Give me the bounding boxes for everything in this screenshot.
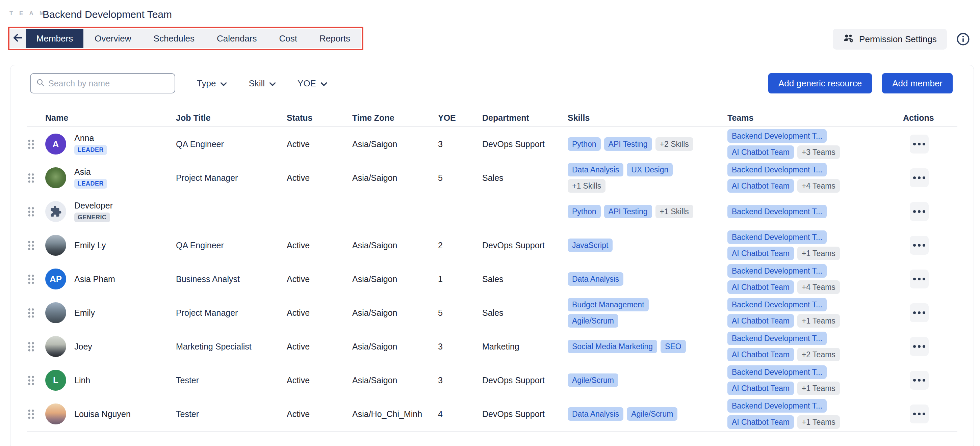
members-panel: Type Skill YOE Add generic resource Add … [10,65,974,446]
tab-members[interactable]: Members [26,29,83,48]
job-title-cell: Tester [176,376,287,385]
tag-chip: Backend Development T... [727,332,827,345]
search-box [30,73,175,94]
row-actions-button[interactable] [910,371,929,390]
tag-chip: Python [568,205,601,218]
col-status: Status [287,113,352,123]
more-chip[interactable]: +2 Teams [797,348,840,361]
col-teams: Teams [727,113,903,123]
more-chip[interactable]: +1 Teams [797,247,840,260]
more-chip[interactable]: +1 Skills [568,179,606,193]
filter-skill[interactable]: Skill [248,78,276,89]
filter-yoe[interactable]: YOE [298,78,327,89]
more-chip[interactable]: +1 Teams [797,415,840,429]
drag-handle-icon[interactable] [27,172,35,183]
tab-schedules[interactable]: Schedules [143,29,206,48]
teams-cell: Backend Development T...AI Chatbot Team+… [727,262,903,296]
drag-handle-icon[interactable] [27,409,35,419]
drag-handle-icon[interactable] [27,139,35,149]
timezone-cell: Asia/Saigon [352,342,438,352]
table-row: AP Asia Pham Business Analyst Active Asi… [27,262,958,296]
tag-chip: Social Media Marketing [568,340,657,353]
name-cell: Emily [45,302,176,323]
department-cell: DevOps Support [482,409,568,419]
row-actions-button[interactable] [910,405,929,424]
tag-chip: Backend Development T... [727,129,827,143]
filter-type[interactable]: Type [197,78,227,89]
row-actions-button[interactable] [910,236,929,255]
drag-handle-icon[interactable] [27,274,35,284]
more-chip[interactable]: +3 Teams [797,145,840,159]
add-member-button[interactable]: Add member [882,73,953,94]
filter-skill-label: Skill [248,78,265,89]
row-actions-button[interactable] [910,202,929,221]
page-title: Backend Development Team [43,9,172,20]
drag-handle-icon[interactable] [27,375,35,386]
member-badge: LEADER [74,145,107,155]
status-cell: Active [287,173,352,183]
tab-cost[interactable]: Cost [268,29,308,48]
row-actions-button[interactable] [910,135,929,154]
drag-handle-icon[interactable] [27,341,35,352]
info-button[interactable] [956,32,970,46]
tag-chip: AI Chatbot Team [727,314,794,328]
status-cell: Active [287,241,352,250]
toolbar: Type Skill YOE Add generic resource Add … [11,65,974,94]
chevron-down-icon [220,78,227,89]
yoe-cell: 3 [438,376,482,385]
tag-chip: AI Chatbot Team [727,280,794,294]
member-badge: LEADER [74,179,107,189]
job-title-cell: QA Engineer [176,139,287,149]
tag-chip: AI Chatbot Team [727,382,794,395]
status-cell: Active [287,342,352,352]
tag-chip: AI Chatbot Team [727,247,794,260]
teams-cell: Backend Development T... [727,195,903,229]
status-cell: Active [287,308,352,318]
job-title-cell: Tester [176,409,287,419]
team-logo: T E A M [10,10,46,17]
skills-cell: Social Media MarketingSEO [568,330,727,363]
row-actions-button[interactable] [910,168,929,187]
more-chip[interactable]: +1 Teams [797,382,840,395]
yoe-cell: 5 [438,173,482,183]
drag-handle-icon[interactable] [27,240,35,251]
department-cell: DevOps Support [482,376,568,385]
table-row: Asia LEADER Project Manager Active Asia/… [27,161,958,195]
yoe-cell: 3 [438,342,482,352]
skills-cell: PythonAPI Testing+1 Skills [568,195,727,229]
more-chip[interactable]: +2 Skills [655,137,693,151]
drag-handle-icon[interactable] [27,307,35,318]
row-actions-button[interactable] [910,270,929,289]
tag-chip: Backend Development T... [727,205,827,218]
timezone-cell: Asia/Saigon [352,173,438,183]
row-actions-button[interactable] [910,303,929,322]
table-bottom-divider [27,431,958,432]
tab-reports[interactable]: Reports [308,29,361,48]
more-chip[interactable]: +4 Teams [797,280,840,294]
member-badge: GENERIC [74,213,110,222]
name-cell: Louisa Nguyen [45,403,176,424]
tag-chip: JavaScript [568,238,612,252]
back-button[interactable] [10,29,26,48]
member-name: Developer [74,201,113,211]
tag-chip: Data Analysis [568,272,624,286]
name-cell: Emily Ly [45,235,176,256]
add-generic-resource-button[interactable]: Add generic resource [768,73,872,94]
row-actions-button[interactable] [910,337,929,356]
chevron-down-icon [269,78,276,89]
tab-overview[interactable]: Overview [83,29,142,48]
tab-calendars[interactable]: Calendars [206,29,268,48]
name-cell: AP Asia Pham [45,268,176,289]
more-chip[interactable]: +1 Teams [797,314,840,328]
search-input[interactable] [48,79,169,88]
permission-settings-button[interactable]: Permission Settings [833,29,947,49]
drag-handle-icon[interactable] [27,206,35,217]
table-body: A Anna LEADER QA Engineer Active Asia/Sa… [27,127,958,431]
department-cell: Sales [482,308,568,318]
department-cell: Sales [482,173,568,183]
skills-cell: Data AnalysisAgile/Scrum [568,397,727,431]
yoe-cell: 2 [438,241,482,250]
tag-chip: SEO [660,340,686,353]
more-chip[interactable]: +1 Skills [655,205,693,218]
more-chip[interactable]: +4 Teams [797,179,840,193]
